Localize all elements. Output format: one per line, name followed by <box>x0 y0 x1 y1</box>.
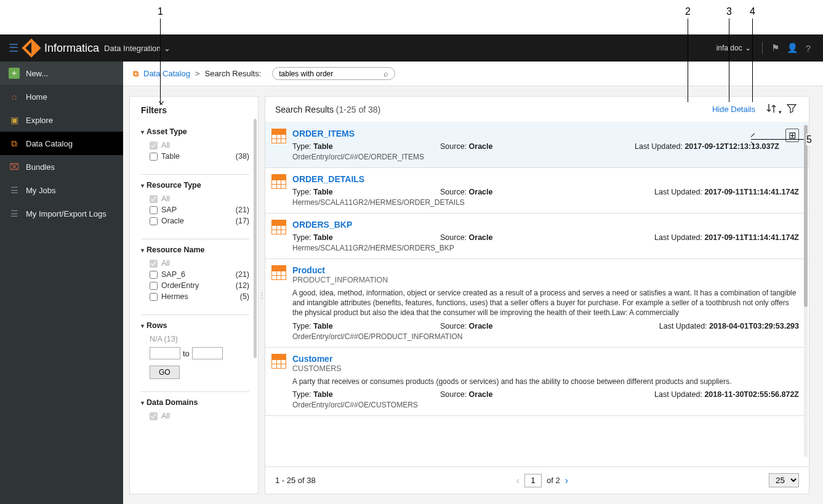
search-box[interactable]: ⌕ <box>272 67 395 80</box>
result-description: A party that receives or consumes produc… <box>292 377 799 386</box>
catalog-icon: ⧉ <box>133 69 139 79</box>
sidebar-item-import-export-logs[interactable]: ☰My Import/Export Logs <box>0 202 123 225</box>
result-row: CustomerCUSTOMERSA party that receives o… <box>265 348 809 416</box>
pager: 1 - 25 of 38 ‹ of 2 › 25 <box>265 466 809 494</box>
breadcrumb: ⧉ Data Catalog > Search Results: ⌕ <box>123 62 823 86</box>
rows-go-button[interactable]: GO <box>150 366 180 379</box>
chevron-down-icon: ⌄ <box>745 44 751 52</box>
filter-resource-type-all[interactable]: All <box>141 193 249 204</box>
catalog-icon: ⧉ <box>9 138 20 149</box>
result-title[interactable]: ORDER_DETAILS <box>292 174 799 184</box>
sidebar-item-home[interactable]: ⌂Home <box>0 85 123 108</box>
filter-asset-type-toggle[interactable]: Asset Type <box>141 127 249 136</box>
chevron-down-icon: ⌄ <box>164 44 171 53</box>
sidebar-item-bundles[interactable]: ⌧Bundles <box>0 155 123 178</box>
result-subtitle: CUSTOMERS <box>292 364 799 373</box>
sidebar-new[interactable]: ＋New... <box>0 62 123 85</box>
bundle-icon: ⌧ <box>9 161 20 172</box>
result-path: OrderEntry/orcl/C##OE/ORDER_ITEMS <box>292 153 779 161</box>
result-row: ORDER_DETAILSType: TableSource: OracleLa… <box>265 168 809 214</box>
result-subtitle: PRODUCT_INFORMATION <box>292 276 799 284</box>
filter-asset-type-all[interactable]: All <box>141 140 249 151</box>
brand-logo-icon <box>22 38 41 57</box>
result-title[interactable]: ORDER_ITEMS <box>292 129 779 138</box>
filter-resource-type-sap[interactable]: SAP(21) <box>141 204 249 215</box>
pager-page-input[interactable] <box>524 474 542 487</box>
table-icon <box>271 265 286 280</box>
user-menu[interactable]: infa.doc ⌄ <box>717 44 751 52</box>
filter-data-domains-toggle[interactable]: Data Domains <box>141 398 249 407</box>
filter-icon[interactable] <box>787 103 797 115</box>
sidebar-item-explore[interactable]: ▣Explore <box>0 108 123 132</box>
result-title[interactable]: Customer <box>292 354 799 364</box>
search-icon[interactable]: ⌕ <box>383 69 388 78</box>
table-icon <box>271 174 286 189</box>
results-heading: Search Results (1-25 of 38) <box>275 105 380 114</box>
result-row: ProductPRODUCT_INFORMATIONA good, idea, … <box>265 259 809 348</box>
results-panel: Search Results (1-25 of 38) Hide Details… <box>265 96 809 494</box>
result-title[interactable]: Product <box>292 265 799 275</box>
result-path: Hermes/SCALA11GR2/HERMES/ORDER_DETAILS <box>292 198 799 207</box>
pager-summary: 1 - 25 of 38 <box>275 476 316 485</box>
pager-prev[interactable]: ‹ <box>516 475 520 486</box>
filter-rows-toggle[interactable]: Rows <box>141 321 249 330</box>
folder-icon: ▣ <box>9 114 20 126</box>
filter-resource-name-sap6[interactable]: SAP_6(21) <box>141 269 249 280</box>
result-path: OrderEntry/orcl/C##OE/PRODUCT_INFORMATIO… <box>292 332 799 341</box>
filters-panel: Filters Asset Type All Table(38) Resourc… <box>129 96 259 494</box>
expand-icon[interactable]: ⊞ <box>785 129 799 142</box>
hide-details-link[interactable]: Hide Details <box>712 105 755 114</box>
result-path: Hermes/SCALA11GR2/HERMES/ORDERS_BKP <box>292 244 799 252</box>
filter-data-domains-all[interactable]: All <box>141 410 249 422</box>
filters-title: Filters <box>141 105 249 115</box>
pager-next[interactable]: › <box>565 475 568 486</box>
home-icon: ⌂ <box>9 91 20 102</box>
plus-icon: ＋ <box>9 68 20 79</box>
sidebar-item-data-catalog[interactable]: ⧉Data Catalog <box>0 132 123 155</box>
table-icon <box>271 220 286 234</box>
results-scrollbar[interactable] <box>804 125 808 457</box>
filter-resource-name-all[interactable]: All <box>141 258 249 269</box>
filter-asset-type-table[interactable]: Table(38) <box>141 151 249 162</box>
flag-icon[interactable]: ⚑ <box>771 42 779 54</box>
brand-name: Informatica <box>44 42 99 55</box>
filters-scrollbar[interactable] <box>254 119 257 487</box>
jobs-icon: ☰ <box>9 185 20 196</box>
breadcrumb-current: Search Results: <box>204 69 261 78</box>
filter-resource-name-hermes[interactable]: Hermes(5) <box>141 291 249 302</box>
help-icon[interactable]: ? <box>806 43 811 54</box>
result-row: ORDER_ITEMSType: TableSource: OracleLast… <box>265 122 809 168</box>
filter-resource-name-orderentry[interactable]: OrderEntry(12) <box>141 280 249 291</box>
result-path: OrderEntry/orcl/C##OE/CUSTOMERS <box>292 401 799 409</box>
product-switcher[interactable]: Data Integration ⌄ <box>104 44 171 53</box>
search-input[interactable] <box>279 70 383 78</box>
pager-size-select[interactable]: 25 <box>769 473 799 487</box>
filter-resource-name-toggle[interactable]: Resource Name <box>141 246 249 254</box>
sidebar-item-my-jobs[interactable]: ☰My Jobs <box>0 178 123 202</box>
result-title[interactable]: ORDERS_BKP <box>292 220 799 230</box>
breadcrumb-root[interactable]: Data Catalog <box>143 69 190 78</box>
rows-to-input[interactable] <box>192 347 223 359</box>
filter-resource-type-oracle[interactable]: Oracle(17) <box>141 215 249 226</box>
rows-from-input[interactable] <box>150 347 180 359</box>
table-icon <box>271 129 286 143</box>
menu-icon[interactable]: ☰ <box>9 41 18 55</box>
filter-resource-type-toggle[interactable]: Resource Type <box>141 181 249 190</box>
result-row: ORDERS_BKPType: TableSource: OracleLast … <box>265 214 809 259</box>
sort-icon[interactable]: ▾ <box>766 103 782 116</box>
panel-resize-handle[interactable]: ⋮ <box>259 96 265 494</box>
topbar: ☰ Informatica Data Integration ⌄ infa.do… <box>0 34 823 62</box>
sidebar: ＋New... ⌂Home ▣Explore ⧉Data Catalog ⌧Bu… <box>0 62 123 504</box>
table-icon <box>271 354 286 369</box>
result-description: A good, idea, method, information, objec… <box>292 288 799 318</box>
logs-icon: ☰ <box>9 208 20 219</box>
user-icon[interactable]: 👤 <box>787 42 798 54</box>
